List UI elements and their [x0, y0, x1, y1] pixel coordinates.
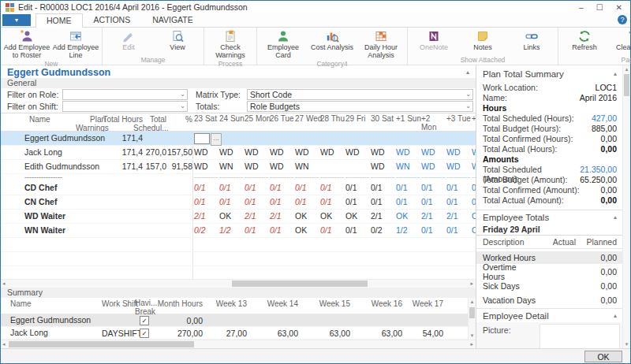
- column-header-name[interactable]: Name: [10, 299, 73, 308]
- day-cell[interactable]: 0/1: [245, 183, 268, 192]
- day-cell[interactable]: 0/1: [472, 183, 476, 192]
- day-cell[interactable]: 0/1: [320, 225, 344, 235]
- day-cell[interactable]: 0/1: [396, 197, 420, 206]
- collapse-plan-summary-icon[interactable]: ▴: [614, 70, 617, 77]
- day-cell[interactable]: 0/1: [194, 197, 218, 206]
- factbox-scrollbar[interactable]: ▴ ▾: [622, 65, 630, 348]
- employee-totals-row-vacation-days[interactable]: Vacation Days0,00: [476, 294, 623, 306]
- day-cell[interactable]: 0/1: [219, 197, 243, 206]
- day-cell[interactable]: 0/1: [194, 183, 218, 192]
- collapse-employee-totals-icon[interactable]: ▴: [614, 214, 617, 221]
- day-cell[interactable]: 0/1: [270, 225, 293, 235]
- day-cell[interactable]: 0/1: [270, 183, 293, 192]
- view-button[interactable]: View: [154, 28, 201, 52]
- day-cell[interactable]: WD: [194, 162, 218, 171]
- help-button[interactable]: ?: [618, 15, 627, 24]
- scrollbar-thumb[interactable]: [469, 307, 475, 318]
- column-header-planned[interactable]: Planned: [576, 237, 617, 247]
- column-header-day-1-sun[interactable]: +1 Sun: [396, 115, 420, 124]
- day-cell[interactable]: WN: [219, 162, 243, 171]
- column-header-actual[interactable]: Actual: [540, 237, 576, 247]
- scroll-down-icon[interactable]: ▾: [623, 341, 630, 347]
- column-header-description[interactable]: Description: [483, 237, 540, 247]
- day-cell[interactable]: WD: [421, 147, 445, 157]
- day-cell[interactable]: 0/2: [194, 225, 218, 235]
- scrollbar-thumb[interactable]: [9, 341, 194, 347]
- day-cell[interactable]: 0/1: [245, 197, 268, 206]
- day-cell[interactable]: 0/1: [421, 183, 445, 192]
- day-cell[interactable]: 0/2: [371, 225, 394, 235]
- day-cell[interactable]: WD: [446, 147, 470, 157]
- day-cell[interactable]: 1/2: [396, 225, 420, 235]
- day-cell[interactable]: WD: [295, 147, 319, 157]
- day-cell[interactable]: 2/1: [245, 211, 268, 221]
- scroll-up-icon[interactable]: ▴: [623, 66, 630, 72]
- matrix-type-combobox[interactable]: Short Code ⌄: [247, 89, 473, 100]
- app-menu-button[interactable]: ▾: [2, 14, 31, 26]
- day-cell[interactable]: WD: [371, 147, 394, 157]
- day-cell[interactable]: OK: [320, 211, 344, 221]
- collapse-pane-icon[interactable]: ▴: [466, 69, 469, 76]
- day-cell[interactable]: 0/1: [345, 225, 369, 235]
- clear-filter-button[interactable]: Clear Filter: [610, 28, 631, 52]
- day-cell[interactable]: OK: [472, 225, 476, 235]
- cost-analysis-button[interactable]: Cost Analysis: [308, 28, 356, 52]
- day-cell[interactable]: 0/1: [219, 183, 243, 192]
- scroll-down-icon[interactable]: ▾: [469, 332, 476, 339]
- grid-row-[interactable]: ----------------------------------------…: [1, 174, 476, 181]
- day-cell[interactable]: WD: [345, 147, 369, 157]
- column-header-day-3-tue[interactable]: +3 Tue: [446, 115, 470, 124]
- column-header-day-2-mon[interactable]: +2 Mon: [421, 115, 445, 132]
- day-cell[interactable]: 0/1: [396, 183, 420, 192]
- day-cell[interactable]: 0/1: [320, 183, 344, 192]
- day-cell[interactable]: 2/1: [421, 211, 445, 221]
- summary-section-header[interactable]: Summary: [1, 288, 476, 298]
- day-cell[interactable]: 0/1: [270, 197, 293, 206]
- check-warnings-button[interactable]: Check Warnings: [207, 28, 254, 60]
- column-header-day-26-tue[interactable]: 26 Tue: [270, 115, 293, 124]
- cell-editor[interactable]: [194, 133, 210, 144]
- scroll-left-icon[interactable]: ◂: [2, 340, 6, 348]
- day-cell[interactable]: 2/1: [194, 211, 218, 221]
- column-header-day-28-thu[interactable]: 28 Thu: [320, 115, 344, 124]
- maximize-button[interactable]: ☐: [596, 3, 603, 12]
- grid-row-jack-long[interactable]: Jack Long171,4270,0157,50WDWDWDWDWDWDWDW…: [1, 146, 476, 160]
- day-cell[interactable]: WD: [472, 162, 476, 171]
- day-cell[interactable]: 0/1: [472, 197, 476, 206]
- column-header-week-14[interactable]: Week 14: [252, 299, 298, 308]
- having-break-checkbox[interactable]: ✓: [140, 329, 149, 338]
- employee-card-button[interactable]: Employee Card: [259, 28, 307, 60]
- column-header-name[interactable]: Name: [29, 115, 77, 124]
- day-cell[interactable]: 0/1: [345, 197, 369, 206]
- daily-hour-analysis-button[interactable]: Daily Hour Analysis: [357, 28, 405, 60]
- field-value[interactable]: 21.350,00: [580, 165, 617, 175]
- day-cell[interactable]: 0/1: [295, 183, 319, 192]
- grid-row-eggert-gudmundsson[interactable]: Eggert Gudmundsson171,4…: [1, 132, 476, 146]
- employee-totals-row-overtime-hours[interactable]: Overtime Hours0,00: [476, 266, 623, 278]
- grid-row-cn-chef[interactable]: CN Chef0/10/10/10/10/10/10/10/10/10/10/1…: [1, 195, 476, 210]
- column-header-week-16[interactable]: Week 16: [357, 299, 402, 308]
- column-header-day-29-fri[interactable]: 29 Fri: [345, 115, 369, 124]
- summary-row-jack-long[interactable]: Jack LongDAYSHIFT✓270,0027,0063,0063,006…: [1, 327, 476, 340]
- day-cell[interactable]: 0/1: [446, 197, 470, 206]
- day-cell[interactable]: WD: [194, 147, 218, 157]
- day-cell[interactable]: OK: [295, 225, 319, 235]
- close-button[interactable]: ✕: [616, 3, 622, 12]
- tab-actions[interactable]: ACTIONS: [83, 13, 142, 27]
- day-cell[interactable]: WD: [472, 147, 476, 157]
- day-cell[interactable]: OK: [472, 211, 476, 221]
- filter-shift-combobox[interactable]: ⌄: [62, 101, 188, 112]
- day-cell[interactable]: WD: [270, 162, 293, 171]
- day-cell[interactable]: OK: [396, 211, 420, 221]
- day-cell[interactable]: WD: [421, 162, 445, 171]
- grid-empty-row[interactable]: [1, 266, 476, 279]
- scroll-left-icon[interactable]: ◂: [2, 280, 6, 288]
- add-employee-to-roster-button[interactable]: Add Employee to Roster: [3, 28, 50, 60]
- day-cell[interactable]: 0/1: [446, 183, 470, 192]
- column-header-percent[interactable]: %: [166, 115, 192, 124]
- day-cell[interactable]: 0/1: [320, 197, 344, 206]
- day-cell[interactable]: WN: [396, 162, 420, 171]
- day-cell[interactable]: WD: [219, 147, 243, 157]
- column-header-day-23-sat[interactable]: 23 Sat: [194, 115, 218, 124]
- column-header-day-27-wed[interactable]: 27 Wed: [295, 115, 319, 124]
